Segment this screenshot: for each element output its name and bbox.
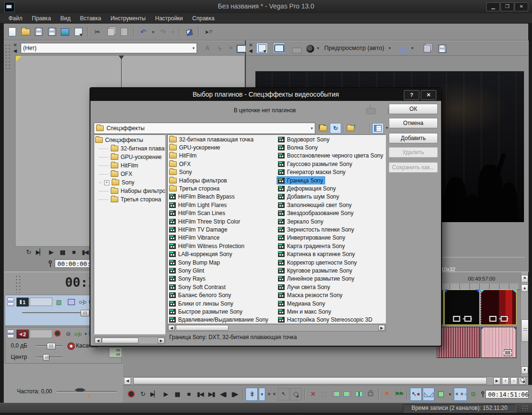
- folder-tree[interactable]: Спецэффекты32-битная плавающая точкаGPU-…: [94, 134, 165, 334]
- next-frame-button[interactable]: ▮▶: [229, 389, 239, 400]
- menu-item-3[interactable]: Вид: [56, 14, 75, 23]
- interaction-tool-button[interactable]: [183, 26, 195, 38]
- vscroll-thumb[interactable]: [521, 319, 528, 342]
- track-collapse-buttons[interactable]: [7, 298, 14, 306]
- plugin-list-item[interactable]: Sony Bump Map: [168, 258, 277, 266]
- preview-mode-label[interactable]: Предпросмотр (авто): [324, 44, 384, 51]
- edit-tool-dropdown[interactable]: ▾: [259, 388, 266, 401]
- plugin-list-item[interactable]: OFX: [168, 160, 277, 168]
- fade-handle[interactable]: [481, 327, 484, 330]
- stop-button[interactable]: ■: [183, 389, 194, 400]
- prev-frame-button[interactable]: ◀▮: [218, 389, 228, 400]
- open-button[interactable]: [20, 26, 31, 38]
- audio-event[interactable]: [437, 327, 480, 358]
- record-button[interactable]: [126, 389, 136, 400]
- envelope-tool-button[interactable]: ⚬⚬: [266, 389, 277, 400]
- play-from-start-button[interactable]: ▶▏: [34, 247, 45, 257]
- timeline-ruler[interactable]: [440, 283, 521, 290]
- list-hscroll-thumb[interactable]: [176, 325, 229, 331]
- play-button[interactable]: ▶: [45, 247, 57, 257]
- arm-record-icon[interactable]: [54, 330, 61, 337]
- dialog-title-bar[interactable]: Выбор плагинов - Спецэффекты видеособыти…: [90, 88, 441, 101]
- tree-item[interactable]: 32-битная плавающая точка: [95, 144, 165, 153]
- external-monitor-button[interactable]: [273, 43, 285, 53]
- track-fx-icon[interactable]: o‑]o: [72, 329, 83, 339]
- plugin-list-item[interactable]: Блики от линзы Sony: [168, 299, 277, 307]
- pane-close-icon[interactable]: ✕: [13, 43, 17, 48]
- preview-properties-button[interactable]: [256, 43, 268, 53]
- fade-handle[interactable]: [512, 290, 516, 293]
- menu-item-5[interactable]: Инструменты: [106, 14, 150, 23]
- quality-dropdown[interactable]: ▾: [316, 46, 320, 50]
- fade-handle[interactable]: [481, 290, 485, 293]
- snapping-button[interactable]: ↖◉: [410, 388, 422, 401]
- plugin-list-item[interactable]: LAB-коррекция Sony: [168, 250, 277, 258]
- plugin-list-item[interactable]: Звездообразование Sony: [277, 209, 385, 217]
- plugin-list-item[interactable]: Водоворот Sony: [277, 135, 385, 143]
- plugin-list-item[interactable]: Карта градиента Sony: [277, 242, 385, 250]
- save-snapshot-button[interactable]: [436, 43, 448, 54]
- tree-expand-icon[interactable]: +: [104, 180, 109, 185]
- import-media-button[interactable]: [59, 26, 71, 38]
- grid-dropdown[interactable]: ▾: [410, 46, 415, 50]
- scroll-left-button[interactable]: ◀: [95, 338, 101, 343]
- close-button[interactable]: ✕: [515, 2, 528, 11]
- scroll-right-button[interactable]: ▶: [493, 377, 500, 385]
- plugin-list-item[interactable]: Зеркало Sony: [277, 217, 385, 225]
- save-button[interactable]: [33, 26, 44, 38]
- plugin-list-item[interactable]: Заполняющий свет Sony: [277, 201, 385, 209]
- menu-item-1[interactable]: Файл: [4, 14, 27, 23]
- split-button[interactable]: [354, 389, 364, 400]
- scroll-up-button[interactable]: ▲: [521, 284, 528, 292]
- plugin-list-item[interactable]: HitFilm Witness Protection: [168, 242, 277, 250]
- tree-item[interactable]: Третья сторона: [95, 195, 165, 204]
- go-to-start-button[interactable]: ▮◀: [195, 389, 205, 400]
- video-event-selected[interactable]: [444, 290, 480, 325]
- track-motion-icon[interactable]: [65, 297, 77, 307]
- plugin-list-item[interactable]: Добавить шум Sony: [277, 193, 385, 201]
- plugin-list-item[interactable]: Линейное размытие Sony: [277, 275, 385, 283]
- plugin-list-item[interactable]: HitFilm Vibrance: [168, 234, 277, 242]
- event-properties-button[interactable]: [73, 26, 84, 38]
- plugin-list-item[interactable]: Лучи света Sony: [277, 283, 385, 291]
- plugin-list-item[interactable]: Деформация Sony: [277, 184, 385, 192]
- event-fx-icon[interactable]: [464, 316, 471, 322]
- plugin-list-item[interactable]: Зернистость пленки Sony: [277, 225, 385, 233]
- go-to-start-button[interactable]: ▮◀: [79, 247, 90, 257]
- whats-this-help-button[interactable]: ➤?: [203, 26, 214, 38]
- project-properties-button[interactable]: [46, 26, 57, 38]
- slider-thumb[interactable]: [43, 354, 49, 361]
- plugin-list-item[interactable]: Генератор маски Sony: [277, 168, 385, 176]
- tree-item-root[interactable]: Спецэффекты: [95, 136, 165, 144]
- preview-mode-dropdown[interactable]: ▾: [387, 46, 392, 50]
- scroll-right-button[interactable]: ▶: [158, 338, 164, 343]
- ungroup-button[interactable]: ⧉: [468, 389, 478, 400]
- plugin-list-item[interactable]: Наборы фильтров: [168, 176, 277, 184]
- loop-playback-button[interactable]: ↻: [23, 247, 34, 257]
- track-fx-icon[interactable]: o‑]o: [77, 297, 88, 307]
- dock-drag-handle[interactable]: [5, 44, 11, 70]
- selection-tool-button[interactable]: ↖: [278, 388, 289, 400]
- plugin-list-item[interactable]: HitFilm: [168, 152, 277, 160]
- stop-button[interactable]: ■: [68, 247, 79, 257]
- plugin-list-item[interactable]: HitFilm Light Flares: [168, 201, 277, 209]
- tree-hscroll-thumb[interactable]: [102, 338, 139, 343]
- pan-crop-icon[interactable]: [490, 316, 497, 322]
- scroll-left-button[interactable]: ◀: [168, 325, 175, 331]
- rate-marker-triangle[interactable]: ▲: [87, 393, 92, 398]
- pan-slider[interactable]: [36, 357, 63, 357]
- plugin-list-item[interactable]: 32-битная плавающая точка: [168, 135, 277, 143]
- list-hscrollbar[interactable]: ◀ ▶: [167, 324, 386, 332]
- dialog-close-button[interactable]: ✕: [421, 90, 436, 100]
- plugin-list-item[interactable]: HitFilm TV Damage: [168, 225, 277, 233]
- zoom-edit-tool-button[interactable]: [290, 388, 302, 400]
- plugin-list-item[interactable]: Маска резкости Sony: [277, 291, 385, 299]
- plugin-list-item[interactable]: Баланс белого Sony: [168, 291, 277, 299]
- plugin-list-item[interactable]: Sony: [168, 168, 277, 176]
- zoom-tool-button[interactable]: [519, 377, 526, 385]
- minimize-button[interactable]: ▁: [486, 2, 500, 11]
- rate-scrub-handle[interactable]: ◀◆▶: [74, 386, 85, 393]
- play-from-start-button[interactable]: ▶▏: [149, 389, 159, 400]
- menu-item-2[interactable]: Правка: [27, 14, 56, 23]
- tree-item[interactable]: GPU-ускорение: [95, 153, 165, 161]
